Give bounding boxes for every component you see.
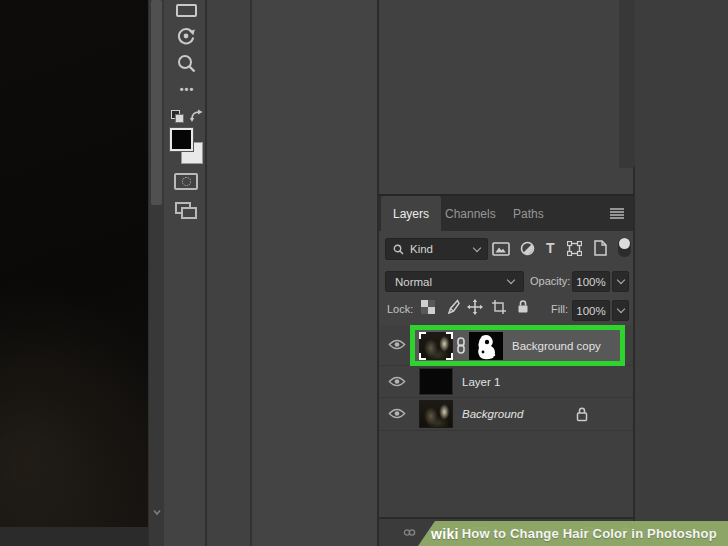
zoom-tool-icon[interactable] [176, 53, 197, 74]
visibility-eye-icon[interactable] [388, 375, 408, 389]
canvas-margin [0, 527, 148, 546]
opacity-value: 100% [576, 276, 605, 288]
scrollbar-down-arrow-icon[interactable] [151, 506, 163, 518]
search-icon [393, 244, 404, 255]
layer-list: Background copy Layer 1 [379, 325, 633, 517]
visibility-eye-icon[interactable] [388, 338, 408, 352]
panel-gutter-main [252, 0, 377, 546]
kind-label: Kind [410, 243, 474, 255]
wikihow-logo: wiki [431, 526, 459, 542]
swap-colors-icon[interactable] [189, 108, 204, 123]
link-layers-icon[interactable] [403, 526, 416, 539]
foreground-color-swatch[interactable] [170, 128, 193, 151]
opacity-dropdown-button[interactable] [612, 271, 629, 292]
opacity-value-field[interactable]: 100% [572, 271, 610, 292]
fill-label: Fill: [551, 303, 568, 315]
tool-bar: ••• [164, 0, 207, 546]
chevron-down-icon [616, 276, 624, 284]
mask-link-icon[interactable] [456, 337, 466, 354]
document-canvas[interactable] [0, 0, 148, 527]
wikihow-watermark: wiki How to Change Hair Color in Photosh… [418, 521, 728, 546]
filter-smart-objects-icon[interactable] [593, 240, 607, 256]
chevron-down-icon [473, 243, 481, 251]
quick-mask-mode-icon[interactable] [174, 173, 198, 190]
layer-row-background-copy[interactable]: Background copy [379, 325, 633, 366]
lock-image-brush-icon[interactable] [444, 299, 460, 315]
layer-row-layer-1[interactable]: Layer 1 [379, 366, 633, 398]
lock-transparency-icon[interactable] [421, 300, 435, 314]
screen-mode-icon-front[interactable] [181, 207, 197, 219]
watermark-title: How to Change Hair Color in Photoshop [462, 526, 717, 541]
filter-shape-layers-icon[interactable] [567, 241, 582, 256]
filter-adjustment-layers-icon[interactable] [520, 241, 535, 256]
layer-mask-thumbnail[interactable] [469, 332, 503, 360]
layer-name[interactable]: Background copy [512, 340, 601, 352]
lock-all-icon[interactable] [516, 299, 530, 314]
rectangle-tool-icon[interactable] [176, 4, 197, 17]
lock-position-move-icon[interactable] [467, 299, 483, 315]
layer-lock-icon [575, 406, 589, 422]
visibility-eye-icon[interactable] [388, 407, 408, 421]
chevron-down-icon [616, 305, 624, 313]
rotate-view-tool-icon[interactable] [175, 25, 197, 47]
panel-tab-bar: Layers Channels Paths [379, 196, 633, 231]
lock-artboard-icon[interactable] [491, 299, 507, 315]
right-gutter [635, 0, 728, 546]
filter-type-layers-icon[interactable]: T [546, 240, 555, 256]
scrollbar-thumb[interactable] [151, 0, 162, 205]
layer-thumbnail[interactable] [419, 368, 453, 395]
chevron-down-icon [507, 276, 515, 284]
layer-filter-kind-dropdown[interactable]: Kind [385, 238, 488, 260]
tab-channels[interactable]: Channels [433, 196, 508, 231]
photoshop-window: ••• Layers Channels Paths [0, 0, 728, 546]
filter-pixel-layers-icon[interactable] [492, 242, 510, 256]
lock-label: Lock: [387, 303, 413, 315]
edit-toolbar-ellipsis-icon[interactable]: ••• [177, 85, 197, 93]
layer-thumbnail[interactable] [419, 332, 453, 360]
blend-mode-dropdown[interactable]: Normal [385, 271, 524, 292]
canvas-vertical-scrollbar[interactable] [148, 0, 164, 546]
selected-layer-highlight[interactable]: Background copy [410, 325, 625, 366]
panel-menu-icon[interactable] [609, 208, 625, 219]
fill-value-field[interactable]: 100% [572, 300, 610, 321]
fill-value: 100% [576, 305, 605, 317]
default-colors-icon[interactable] [171, 110, 185, 124]
layer-filter-toggle[interactable] [618, 238, 631, 257]
panel-gutter-left [207, 0, 252, 546]
tab-paths[interactable]: Paths [501, 196, 556, 231]
upper-panel [377, 0, 635, 196]
fill-dropdown-button[interactable] [612, 300, 629, 321]
layer-name[interactable]: Layer 1 [462, 376, 500, 388]
layer-row-background[interactable]: Background [379, 398, 633, 431]
layer-thumbnail[interactable] [419, 400, 453, 428]
blend-mode-value: Normal [395, 276, 508, 288]
upper-panel-scroll-strip [619, 0, 635, 168]
opacity-label: Opacity: [530, 275, 570, 287]
layers-panel: Layers Channels Paths Kind [377, 196, 635, 546]
layer-name[interactable]: Background [462, 408, 523, 420]
